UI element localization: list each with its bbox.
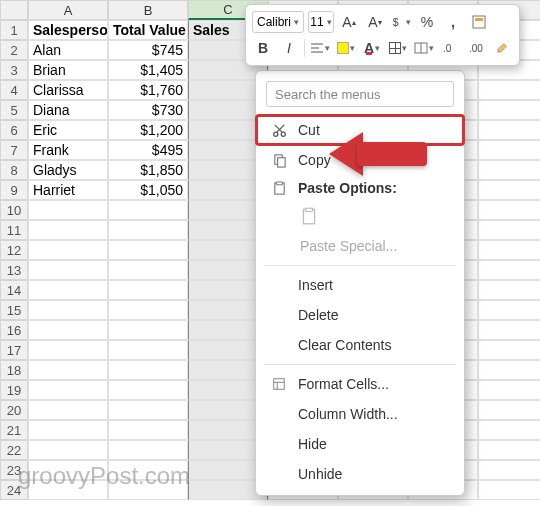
row-header[interactable]: 3 (0, 60, 28, 80)
cell[interactable] (108, 260, 188, 280)
font-family-select[interactable]: Calibri▾ (252, 11, 304, 33)
row-header[interactable]: 15 (0, 300, 28, 320)
cell[interactable] (28, 360, 108, 380)
menu-item-column-width[interactable]: Column Width... (256, 399, 464, 429)
cell[interactable] (28, 440, 108, 460)
cell[interactable] (478, 100, 540, 120)
select-all-corner[interactable] (0, 0, 28, 20)
menu-item-insert[interactable]: Insert (256, 270, 464, 300)
cell[interactable]: $1,200 (108, 120, 188, 140)
cell[interactable] (28, 240, 108, 260)
cell[interactable] (108, 420, 188, 440)
cell[interactable]: Brian (28, 60, 108, 80)
cell[interactable]: Harriet (28, 180, 108, 200)
cell[interactable]: Diana (28, 100, 108, 120)
cell[interactable] (108, 360, 188, 380)
decimal-decrease-button[interactable]: .00 (465, 37, 487, 59)
menu-search-input[interactable]: Search the menus (266, 81, 454, 107)
row-header[interactable]: 19 (0, 380, 28, 400)
cell[interactable] (28, 300, 108, 320)
menu-item-hide[interactable]: Hide (256, 429, 464, 459)
row-header[interactable]: 4 (0, 80, 28, 100)
cell[interactable]: $1,050 (108, 180, 188, 200)
cell[interactable] (478, 320, 540, 340)
cell[interactable]: $745 (108, 40, 188, 60)
cell[interactable]: Gladys (28, 160, 108, 180)
cell[interactable] (478, 160, 540, 180)
merge-button[interactable]: ▾ (413, 37, 435, 59)
cell[interactable] (28, 320, 108, 340)
cell[interactable] (478, 280, 540, 300)
cell[interactable] (108, 440, 188, 460)
cell[interactable] (28, 260, 108, 280)
font-color-button[interactable]: A▾ (361, 37, 383, 59)
row-header[interactable]: 20 (0, 400, 28, 420)
cell[interactable]: Salesperson (28, 20, 108, 40)
cell[interactable] (478, 120, 540, 140)
row-header[interactable]: 13 (0, 260, 28, 280)
cell[interactable] (478, 180, 540, 200)
cell[interactable] (28, 200, 108, 220)
align-button[interactable]: ▾ (309, 37, 331, 59)
cell[interactable] (478, 420, 540, 440)
percent-format-icon[interactable]: % (416, 11, 438, 33)
cell[interactable] (478, 220, 540, 240)
cell[interactable] (478, 140, 540, 160)
cell[interactable] (478, 340, 540, 360)
row-header[interactable]: 18 (0, 360, 28, 380)
row-header[interactable]: 2 (0, 40, 28, 60)
cell[interactable]: Eric (28, 120, 108, 140)
comma-format-icon[interactable]: , (442, 11, 464, 33)
cell[interactable] (108, 380, 188, 400)
cell[interactable]: $1,405 (108, 60, 188, 80)
cell[interactable] (478, 360, 540, 380)
row-header[interactable]: 21 (0, 420, 28, 440)
decimal-button[interactable]: .0 (439, 37, 461, 59)
row-header[interactable]: 17 (0, 340, 28, 360)
cell[interactable] (478, 400, 540, 420)
cell[interactable]: Alan (28, 40, 108, 60)
increase-font-icon[interactable]: A▴ (338, 11, 360, 33)
cell[interactable] (478, 460, 540, 480)
cell[interactable] (28, 280, 108, 300)
column-header-B[interactable]: B (108, 0, 188, 20)
cell[interactable] (28, 380, 108, 400)
row-header[interactable]: 5 (0, 100, 28, 120)
cell[interactable] (28, 220, 108, 240)
accounting-format-icon[interactable]: $▾ (390, 11, 412, 33)
cell[interactable] (28, 420, 108, 440)
cell[interactable] (108, 340, 188, 360)
fill-color-button[interactable]: ▾ (335, 37, 357, 59)
cell[interactable] (108, 300, 188, 320)
cell[interactable] (478, 440, 540, 460)
row-header[interactable]: 22 (0, 440, 28, 460)
cell[interactable] (478, 300, 540, 320)
cell[interactable] (478, 240, 540, 260)
conditional-format-icon[interactable] (468, 11, 490, 33)
menu-item-delete[interactable]: Delete (256, 300, 464, 330)
menu-item-unhide[interactable]: Unhide (256, 459, 464, 489)
cell[interactable] (28, 400, 108, 420)
row-header[interactable]: 12 (0, 240, 28, 260)
format-painter-icon[interactable] (491, 37, 513, 59)
menu-item-format-cells[interactable]: Format Cells... (256, 369, 464, 399)
cell[interactable] (478, 80, 540, 100)
cell[interactable] (108, 200, 188, 220)
cell[interactable] (108, 220, 188, 240)
cell[interactable] (478, 200, 540, 220)
menu-item-clear-contents[interactable]: Clear Contents (256, 330, 464, 360)
font-size-select[interactable]: 11▾ (308, 11, 334, 33)
cell[interactable] (108, 240, 188, 260)
cell[interactable] (478, 260, 540, 280)
cell[interactable] (108, 320, 188, 340)
cell[interactable]: $730 (108, 100, 188, 120)
cell[interactable]: Clarissa (28, 80, 108, 100)
cell[interactable]: $495 (108, 140, 188, 160)
row-header[interactable]: 11 (0, 220, 28, 240)
row-header[interactable]: 8 (0, 160, 28, 180)
bold-button[interactable]: B (252, 37, 274, 59)
row-header[interactable]: 14 (0, 280, 28, 300)
row-header[interactable]: 7 (0, 140, 28, 160)
row-header[interactable]: 6 (0, 120, 28, 140)
cell[interactable]: $1,850 (108, 160, 188, 180)
